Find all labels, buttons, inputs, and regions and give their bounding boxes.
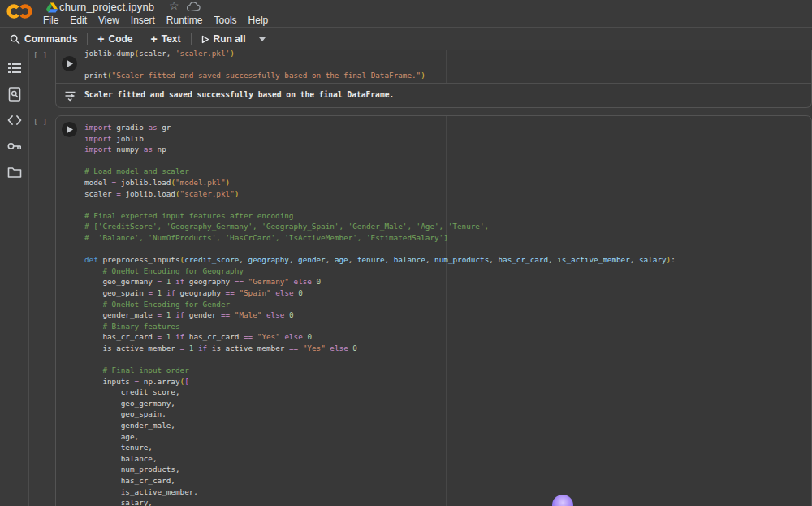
commands-label: Commands bbox=[24, 33, 77, 45]
secrets-key-icon[interactable] bbox=[6, 138, 23, 154]
toolbar-divider bbox=[87, 33, 88, 45]
cell1-run-button[interactable] bbox=[62, 56, 77, 71]
menu-edit[interactable]: Edit bbox=[64, 14, 93, 27]
cell1-output-text: Scaler fitted and saved successfully bas… bbox=[84, 90, 394, 99]
search-icon bbox=[10, 34, 20, 45]
cell1-code-area[interactable]: joblib.dump(scaler, 'scaler.pkl') print(… bbox=[56, 50, 811, 84]
menu-view[interactable]: View bbox=[93, 14, 125, 27]
notebook-toolbar: Commands + Code + Text Run all bbox=[0, 28, 812, 50]
table-of-contents-icon[interactable] bbox=[6, 60, 23, 76]
left-sidebar bbox=[0, 50, 29, 506]
cloud-status-icon[interactable] bbox=[187, 2, 201, 12]
toolbar-divider bbox=[191, 33, 192, 45]
cell2-run-button[interactable] bbox=[62, 122, 77, 137]
cell2-code-text[interactable]: import gradio as grimport joblibimport n… bbox=[84, 122, 676, 506]
find-in-document-icon[interactable] bbox=[6, 86, 23, 102]
cell1-output-area: Scaler fitted and saved successfully bas… bbox=[56, 84, 811, 107]
run-all-button[interactable]: Run all bbox=[195, 28, 253, 50]
app-header: churn_project.ipynb ☆ File Edit View Ins… bbox=[0, 0, 812, 28]
notebook-filename[interactable]: churn_project.ipynb bbox=[59, 1, 154, 13]
colab-logo-icon[interactable] bbox=[6, 2, 33, 20]
cell-output-icon[interactable] bbox=[64, 90, 76, 102]
add-code-label: Code bbox=[109, 33, 133, 45]
menu-bar: File Edit View Insert Runtime Tools Help bbox=[37, 14, 274, 27]
run-all-play-icon bbox=[201, 35, 209, 44]
plus-icon: + bbox=[151, 32, 158, 45]
run-all-label: Run all bbox=[214, 33, 246, 45]
menu-file[interactable]: File bbox=[37, 14, 64, 27]
drive-icon bbox=[46, 2, 58, 13]
add-text-label: Text bbox=[162, 33, 181, 45]
menu-insert[interactable]: Insert bbox=[125, 14, 161, 27]
run-all-dropdown-caret[interactable] bbox=[259, 37, 266, 41]
commands-button[interactable]: Commands bbox=[3, 28, 84, 50]
add-code-button[interactable]: + Code bbox=[91, 28, 139, 50]
menu-runtime[interactable]: Runtime bbox=[161, 14, 209, 27]
files-folder-icon[interactable] bbox=[6, 164, 23, 180]
star-icon[interactable]: ☆ bbox=[169, 0, 179, 12]
cell1-execution-indicator[interactable]: [ ] bbox=[33, 50, 47, 59]
cell1-code-text[interactable]: joblib.dump(scaler, 'scaler.pkl') print(… bbox=[84, 50, 425, 81]
plus-icon: + bbox=[97, 32, 104, 45]
menu-tools[interactable]: Tools bbox=[209, 14, 243, 27]
menu-help[interactable]: Help bbox=[243, 14, 274, 27]
code-cell-1: joblib.dump(scaler, 'scaler.pkl') print(… bbox=[55, 50, 812, 108]
code-cell-2: import gradio as grimport joblibimport n… bbox=[55, 115, 812, 506]
column-ruler bbox=[446, 50, 447, 83]
add-text-button[interactable]: + Text bbox=[145, 28, 188, 50]
code-snippets-icon[interactable] bbox=[6, 112, 23, 128]
cell2-execution-indicator[interactable]: [ ] bbox=[33, 117, 47, 126]
